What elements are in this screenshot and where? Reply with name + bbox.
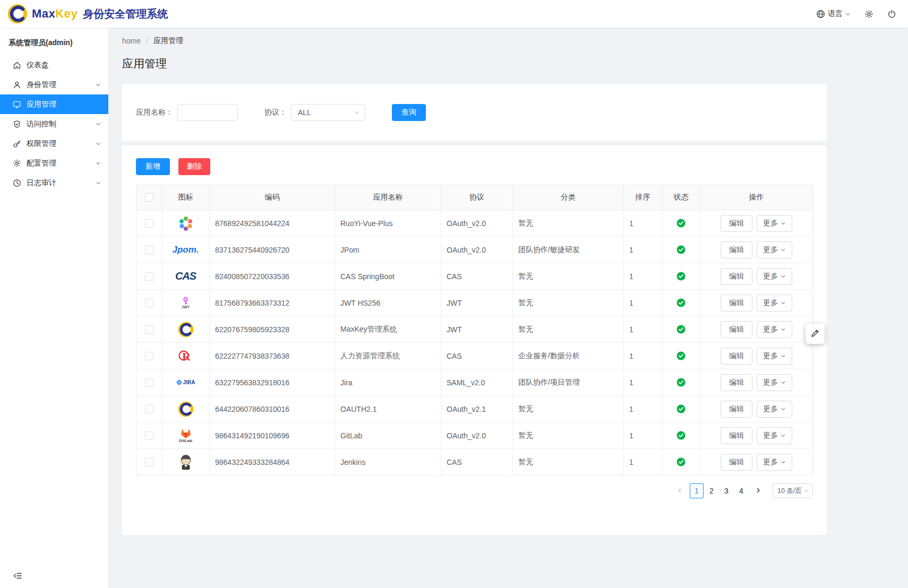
chevron-down-icon: [781, 380, 786, 385]
table-row: R 622227747938373638 人力资源管理系统 CAS 企业服务/数…: [136, 343, 812, 369]
pagination-page-3[interactable]: 3: [719, 483, 733, 498]
row-checkbox[interactable]: [145, 299, 153, 307]
chevron-down-icon: [781, 353, 786, 359]
edit-button[interactable]: 编辑: [721, 348, 752, 365]
row-checkbox[interactable]: [145, 378, 153, 387]
breadcrumb-home[interactable]: home: [122, 37, 141, 45]
edit-button[interactable]: 编辑: [721, 295, 752, 312]
edit-button[interactable]: 编辑: [721, 321, 752, 338]
more-button[interactable]: 更多: [757, 348, 792, 365]
app-code: 986432249333284864: [210, 449, 335, 475]
app-sort: 1: [624, 290, 662, 316]
sidebar-item-access[interactable]: 访问控制: [0, 114, 108, 134]
row-checkbox[interactable]: [145, 246, 153, 254]
jenkins-logo: [162, 449, 210, 475]
more-button[interactable]: 更多: [757, 295, 792, 312]
app-category: 暂无: [513, 210, 624, 237]
status-enabled-icon: [676, 272, 686, 281]
row-checkbox[interactable]: [145, 272, 153, 281]
sidebar-user-title: 系统管理员(admin): [0, 28, 108, 55]
edit-button[interactable]: 编辑: [721, 454, 752, 471]
app-code: 876892492581044224: [210, 210, 335, 237]
user-icon: [13, 81, 21, 89]
app-code: 986431492190109696: [210, 422, 335, 449]
sidebar-item-apps[interactable]: 应用管理: [0, 94, 108, 114]
header-actions: 语言: [816, 9, 896, 19]
sidebar-item-identity[interactable]: 身份管理: [0, 75, 108, 94]
pagination-page-2[interactable]: 2: [705, 483, 718, 498]
more-button[interactable]: 更多: [757, 427, 792, 444]
chevron-down-icon: [96, 180, 101, 186]
more-button[interactable]: 更多: [757, 321, 792, 338]
row-actions: 编辑 更多: [700, 449, 812, 475]
row-checkbox[interactable]: [145, 458, 153, 466]
app-header: MaxKey 身份安全管理系统 语言: [0, 0, 908, 28]
more-button[interactable]: 更多: [757, 374, 792, 391]
edit-button[interactable]: 编辑: [721, 215, 752, 232]
select-all-cell: [136, 185, 162, 210]
app-code: 837136275440926720: [210, 237, 335, 263]
sidebar-item-permission[interactable]: 权限管理: [0, 134, 108, 153]
pagination-page-4[interactable]: 4: [734, 483, 748, 498]
column-header: 状态: [662, 185, 700, 210]
table-row: CAS 824008507220033536 CAS SpringBoot CA…: [136, 263, 812, 290]
delete-button[interactable]: 删除: [178, 158, 210, 175]
app-status-cell: [662, 237, 700, 263]
more-button[interactable]: 更多: [757, 401, 792, 418]
status-enabled-icon: [676, 219, 686, 228]
search-button[interactable]: 查询: [392, 104, 426, 121]
sidebar-item-dashboard[interactable]: 仪表盘: [0, 55, 108, 75]
row-checkbox[interactable]: [145, 431, 153, 440]
gitlab-logo: GitLab: [162, 422, 210, 449]
row-checkbox[interactable]: [145, 219, 153, 228]
app-code: 632279563832918016: [210, 369, 335, 396]
language-switcher[interactable]: 语言: [816, 9, 851, 19]
app-name: Jenkins: [335, 449, 441, 475]
select-all-checkbox[interactable]: [145, 193, 153, 202]
sidebar-item-audit[interactable]: 日志审计: [0, 173, 108, 193]
app-name: MaxKey管理系统: [335, 316, 441, 343]
logout-icon[interactable]: [887, 10, 896, 19]
page-size-select[interactable]: 10 条/页: [773, 483, 813, 498]
chevron-down-icon: [781, 433, 786, 438]
chevron-down-icon: [781, 221, 786, 226]
app-code: 817568793663373312: [210, 290, 335, 316]
more-button[interactable]: 更多: [757, 215, 792, 232]
row-checkbox[interactable]: [145, 405, 153, 413]
app-category: 暂无: [513, 396, 624, 422]
pen-tool-icon: [810, 328, 820, 340]
edit-button[interactable]: 编辑: [721, 241, 752, 258]
app-sort: 1: [624, 210, 662, 237]
brand[interactable]: MaxKey 身份安全管理系统: [7, 4, 168, 24]
protocol-select[interactable]: ALL: [291, 104, 365, 121]
language-label: 语言: [828, 9, 843, 19]
edit-button[interactable]: 编辑: [721, 268, 752, 285]
pagination-next[interactable]: [751, 483, 765, 498]
app-protocol: CAS: [441, 263, 513, 290]
floating-screenshot-tool-button[interactable]: [806, 324, 825, 344]
row-checkbox[interactable]: [145, 352, 153, 360]
app-code: 622227747938373638: [210, 343, 335, 369]
edit-button[interactable]: 编辑: [721, 427, 752, 444]
sidebar-item-label: 权限管理: [27, 139, 96, 149]
more-button[interactable]: 更多: [757, 454, 792, 471]
table-row: JWT 817568793663373312 JWT HS256 JWT 暂无 …: [136, 290, 812, 316]
edit-button[interactable]: 编辑: [721, 374, 752, 391]
page-size-value: 10 条/页: [777, 487, 802, 496]
app-code: 622076759805923328: [210, 316, 335, 343]
settings-icon[interactable]: [864, 10, 873, 19]
edit-button[interactable]: 编辑: [721, 401, 752, 418]
app-name-input[interactable]: [177, 104, 238, 121]
app-sort: 1: [624, 237, 662, 263]
gear-icon: [13, 159, 21, 168]
pagination-page-1[interactable]: 1: [690, 483, 704, 498]
sidebar-collapse-icon[interactable]: [13, 571, 22, 581]
app-status-cell: [662, 396, 700, 422]
chevron-down-icon: [96, 141, 101, 146]
add-button[interactable]: 新增: [136, 158, 170, 175]
pagination-prev[interactable]: [673, 483, 687, 498]
more-button[interactable]: 更多: [757, 268, 792, 285]
row-checkbox[interactable]: [145, 325, 153, 334]
sidebar-item-config[interactable]: 配置管理: [0, 153, 108, 173]
more-button[interactable]: 更多: [757, 241, 792, 258]
